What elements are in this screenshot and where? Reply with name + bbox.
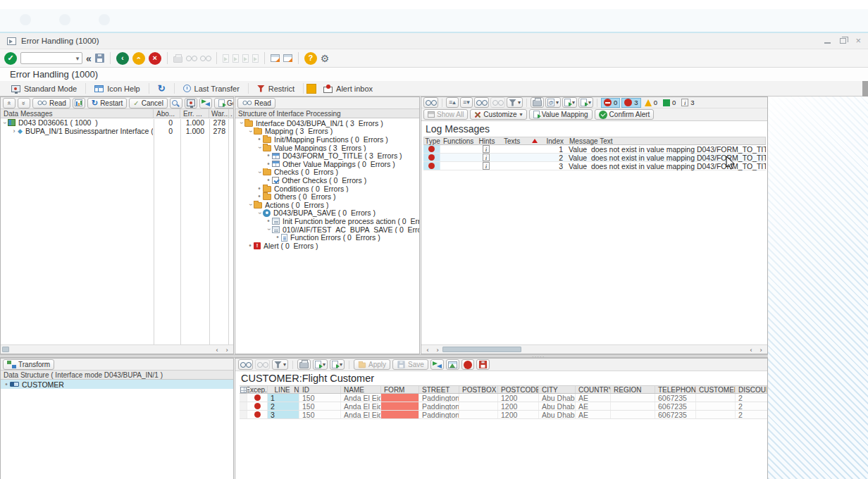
refresh-button[interactable]: ↻ <box>152 82 171 96</box>
cancel-messages-button[interactable]: ✓ Cancel <box>129 98 168 108</box>
telephone-cell[interactable]: 6067235 <box>655 402 696 410</box>
hints-cell[interactable]: i <box>471 162 501 170</box>
customer-data-row[interactable]: 3 150 Anda El Eid Paddington L_ 1200 Abu… <box>240 411 767 419</box>
city-cell[interactable]: Abu Dhabi <box>539 411 576 418</box>
column-header-city[interactable]: CITY <box>539 386 576 393</box>
new-session-icon[interactable] <box>271 54 280 62</box>
column-header-stub[interactable]: . <box>228 109 233 118</box>
restrict-button[interactable]: Restrict <box>252 82 300 96</box>
id-cell[interactable]: 150 <box>299 411 341 418</box>
aborted-filter-chip[interactable]: 0 <box>601 98 620 108</box>
command-dropdown-icon[interactable]: ▾ <box>73 55 82 62</box>
tree-item[interactable]: ›Value Mappings ( 3 Errors ) <box>235 144 419 152</box>
column-header-aborted[interactable]: Abo... <box>153 109 180 118</box>
street-cell[interactable]: Paddington L_ <box>419 402 459 410</box>
tree-item[interactable]: ›Actions ( 0 Errors ) <box>235 201 419 209</box>
back-button[interactable]: ‹ <box>116 52 129 65</box>
name-cell[interactable]: Anda El Eid <box>341 411 381 418</box>
data-messages-row[interactable]: › ◆ BUPA_IN/1 Businesspartner Interface … <box>1 127 233 135</box>
telephone-cell[interactable]: 6067235 <box>655 394 696 402</box>
column-header-discount[interactable]: DISCOUN <box>736 386 767 393</box>
postbox-cell[interactable] <box>459 411 498 418</box>
tree-item-label[interactable]: Init Function before process action ( 0 … <box>283 217 419 225</box>
postcode-cell[interactable]: 1200 <box>498 394 539 402</box>
horizontal-scrollbar[interactable]: ‹ › ‹ › <box>421 344 767 354</box>
form-error-cell[interactable] <box>381 411 419 418</box>
id-cell[interactable]: 150 <box>299 402 341 410</box>
value-mapping-button[interactable]: Value Mapping <box>529 109 593 120</box>
column-header-street[interactable]: STREET <box>419 386 459 393</box>
postbox-cell[interactable] <box>459 402 498 410</box>
tree-item-label[interactable]: Other Checks ( 0 Errors ) <box>282 176 366 185</box>
scroll-left-button[interactable]: ‹ <box>212 346 222 354</box>
sort-ascending-button[interactable]: ≡▴ <box>446 97 459 108</box>
export-button[interactable]: ▾ <box>313 359 328 370</box>
column-header-warnings[interactable]: War... <box>209 109 228 118</box>
export-button[interactable]: ▾ <box>562 97 577 108</box>
street-cell[interactable]: Paddington L_ <box>419 411 459 418</box>
row-selector-cell[interactable] <box>240 402 247 410</box>
details-button[interactable] <box>423 97 438 108</box>
layout-button[interactable]: ▾ <box>330 359 345 370</box>
info-icon[interactable]: i <box>483 145 490 153</box>
alert-inbox-button[interactable]: Alert inbox <box>318 82 378 96</box>
tree-expand-icon[interactable]: › <box>1 119 8 126</box>
row-selector-cell[interactable] <box>240 411 247 418</box>
line-nr-cell[interactable]: 2 <box>268 402 299 410</box>
region-cell[interactable] <box>611 394 655 402</box>
tree-item[interactable]: •!Alert ( 0 Errors ) <box>235 242 419 250</box>
print-grid-button[interactable] <box>531 97 544 108</box>
tree-item-label[interactable]: 010//AIF/TEST_AC_BUPA_SAVE ( 0 Errors ) <box>283 225 419 234</box>
tree-expand-icon[interactable]: › <box>256 144 263 151</box>
command-field[interactable]: ▾ <box>20 52 82 64</box>
tree-item-label[interactable]: Init/Mapping Functions ( 0 Errors ) <box>274 135 388 144</box>
form-error-cell[interactable] <box>381 394 419 402</box>
column-header-index[interactable]: Index <box>540 137 566 145</box>
log-message-row[interactable]: i 2 Value does not exist in value mappin… <box>423 154 766 162</box>
monitor-view-button[interactable] <box>185 98 197 108</box>
read-messages-button[interactable]: Read <box>32 98 70 108</box>
tree-item-label[interactable]: D043/FORM_TO_TITLE ( 3 Errors ) <box>283 151 402 160</box>
gui-settings-icon[interactable]: ⚙ <box>321 54 330 63</box>
scroll-right-button[interactable]: › <box>756 346 766 354</box>
collapse-all-button[interactable]: « <box>18 98 30 108</box>
tree-item-label[interactable]: Actions ( 0 Errors ) <box>265 201 328 209</box>
restart-button[interactable]: ↻ Restart <box>87 98 127 108</box>
exit-up-button[interactable]: › <box>132 52 145 65</box>
tree-expand-icon[interactable]: › <box>247 201 254 209</box>
tree-expand-icon[interactable]: › <box>256 209 263 216</box>
standard-mode-button[interactable]: Standard Mode <box>6 82 82 96</box>
tree-item-label[interactable]: Other Value Mappings ( 0 Errors ) <box>283 160 395 168</box>
icon-help-button[interactable]: Icon Help <box>89 82 145 96</box>
select-all-header[interactable] <box>240 386 247 393</box>
tree-item[interactable]: •Other Checks ( 0 Errors ) <box>235 176 419 185</box>
info-icon[interactable]: i <box>483 154 490 161</box>
region-cell[interactable] <box>611 402 655 410</box>
scrollbar-thumb[interactable] <box>2 347 9 352</box>
tree-item[interactable]: •Others ( 0 Errors ) <box>235 192 419 201</box>
country-cell[interactable]: AE <box>576 411 611 418</box>
chart-image-button[interactable] <box>446 359 459 370</box>
scroll-left-button[interactable]: ‹ <box>423 346 433 354</box>
line-nr-cell[interactable]: 3 <box>268 411 299 418</box>
country-cell[interactable]: AE <box>576 402 611 410</box>
column-header-region[interactable]: REGION <box>611 386 655 393</box>
column-header-exception[interactable]: Excep.. <box>247 386 268 393</box>
customize-button[interactable]: Customize ▾ <box>470 109 526 120</box>
tree-expand-icon[interactable]: › <box>266 226 272 233</box>
structure-node-label[interactable]: CUSTOMER <box>22 380 64 389</box>
street-cell[interactable]: Paddington L_ <box>419 394 459 402</box>
find-button[interactable] <box>474 97 489 108</box>
discount-cell[interactable]: 2 <box>736 394 767 402</box>
tree-item[interactable]: •Other Value Mappings ( 0 Errors ) <box>235 160 419 168</box>
tree-item[interactable]: ›010//AIF/TEST_AC_BUPA_SAVE ( 0 Errors ) <box>235 225 419 234</box>
column-header-texts[interactable]: Texts <box>502 137 530 145</box>
name-cell[interactable]: Anda El Eid <box>341 394 381 402</box>
postcode-cell[interactable]: 1200 <box>498 402 539 410</box>
system-node-label[interactable]: D043 D036061 ( 1000 ) <box>18 118 98 127</box>
column-header-type[interactable]: Type <box>424 137 441 144</box>
log-message-row[interactable]: i 3 Value does not exist in value mappin… <box>423 162 766 170</box>
restore-button[interactable] <box>840 38 846 44</box>
message-text-cell[interactable]: Value does not exist in value mapping D0… <box>566 162 766 170</box>
toolbar-resize-handle[interactable] <box>862 81 868 97</box>
